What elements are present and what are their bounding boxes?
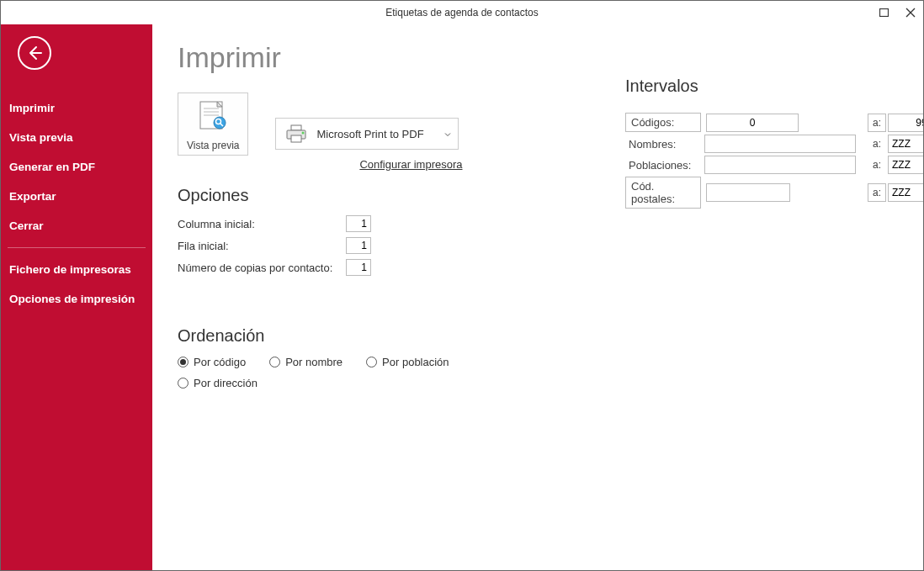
sidebar-item-imprimir[interactable]: Imprimir <box>1 93 152 123</box>
interval-a-label: a: <box>868 183 886 202</box>
sidebar-item-cerrar[interactable]: Cerrar <box>1 211 152 241</box>
intervals-title: Intervalos <box>625 77 924 96</box>
printer-selected-label: Microsoft Print to PDF <box>316 128 423 140</box>
interval-label-poblaciones: Poblaciones: <box>625 159 704 172</box>
radio-icon <box>366 357 377 367</box>
window-title: Etiquetas de agenda de contactos <box>385 7 538 19</box>
option-input-fila-inicial[interactable] <box>346 237 371 254</box>
svg-rect-10 <box>291 135 301 142</box>
interval-postales-from[interactable] <box>706 183 790 202</box>
page-title: Imprimir <box>178 41 898 74</box>
radio-label: Por población <box>382 356 449 368</box>
interval-nombres-to[interactable] <box>888 135 924 153</box>
interval-codigos-from[interactable] <box>706 114 799 132</box>
radio-icon <box>178 357 189 367</box>
radio-label: Por nombre <box>285 356 343 368</box>
interval-a-label: a: <box>868 159 886 171</box>
interval-label-nombres: Nombres: <box>625 138 704 151</box>
radio-icon <box>178 378 189 389</box>
interval-a-label: a: <box>868 114 886 132</box>
sidebar-divider <box>8 247 146 248</box>
radio-por-direccion[interactable]: Por dirección <box>178 377 258 389</box>
interval-poblaciones-to[interactable] <box>888 156 924 174</box>
interval-poblaciones-from[interactable] <box>704 156 856 174</box>
interval-nombres-from[interactable] <box>704 135 856 153</box>
interval-codigos-to[interactable] <box>888 114 924 132</box>
preview-button[interactable]: Vista previa <box>178 93 248 156</box>
sidebar: Imprimir Vista previa Generar en PDF Exp… <box>1 24 152 570</box>
option-label-fila-inicial: Fila inicial: <box>178 240 346 252</box>
titlebar: Etiquetas de agenda de contactos <box>1 1 923 24</box>
sidebar-item-fichero-impresoras[interactable]: Fichero de impresoras <box>1 255 152 284</box>
radio-por-codigo[interactable]: Por código <box>178 356 246 368</box>
printer-dropdown[interactable]: Microsoft Print to PDF <box>275 118 459 150</box>
sidebar-item-vista-previa[interactable]: Vista previa <box>1 123 152 152</box>
configure-printer-link[interactable]: Configurar impresora <box>275 158 462 171</box>
radio-label: Por dirección <box>194 377 258 389</box>
svg-point-11 <box>302 132 305 135</box>
sidebar-item-generar-pdf[interactable]: Generar en PDF <box>1 152 152 182</box>
ordering-title: Ordenación <box>178 326 898 346</box>
option-label-col-inicial: Columna inicial: <box>178 218 346 230</box>
option-input-copias[interactable] <box>346 259 371 276</box>
interval-postales-to[interactable] <box>888 183 924 202</box>
intervals-panel: Intervalos Códigos: a: Nombres: a: Pobla… <box>625 77 924 211</box>
radio-por-poblacion[interactable]: Por población <box>366 356 449 368</box>
radio-icon <box>269 357 280 367</box>
printer-icon <box>284 124 308 144</box>
radio-por-nombre[interactable]: Por nombre <box>269 356 343 368</box>
sidebar-item-exportar[interactable]: Exportar <box>1 182 152 211</box>
content-area: Imprimir Vista previa <box>152 24 923 570</box>
chevron-down-icon <box>444 128 451 140</box>
close-icon[interactable] <box>901 3 920 22</box>
svg-rect-0 <box>879 9 888 17</box>
preview-button-label: Vista previa <box>187 140 239 151</box>
option-input-col-inicial[interactable] <box>346 215 371 232</box>
option-label-copias: Número de copias por contacto: <box>178 262 346 274</box>
document-preview-icon <box>195 100 231 134</box>
back-button[interactable] <box>18 36 51 70</box>
maximize-icon[interactable] <box>874 3 893 22</box>
radio-label: Por código <box>194 356 246 368</box>
interval-a-label: a: <box>868 138 886 150</box>
interval-label-cod-postales: Cód. postales: <box>625 177 701 209</box>
sidebar-item-opciones-impresion[interactable]: Opciones de impresión <box>1 284 152 314</box>
svg-rect-8 <box>291 125 301 130</box>
interval-label-codigos: Códigos: <box>625 113 701 132</box>
